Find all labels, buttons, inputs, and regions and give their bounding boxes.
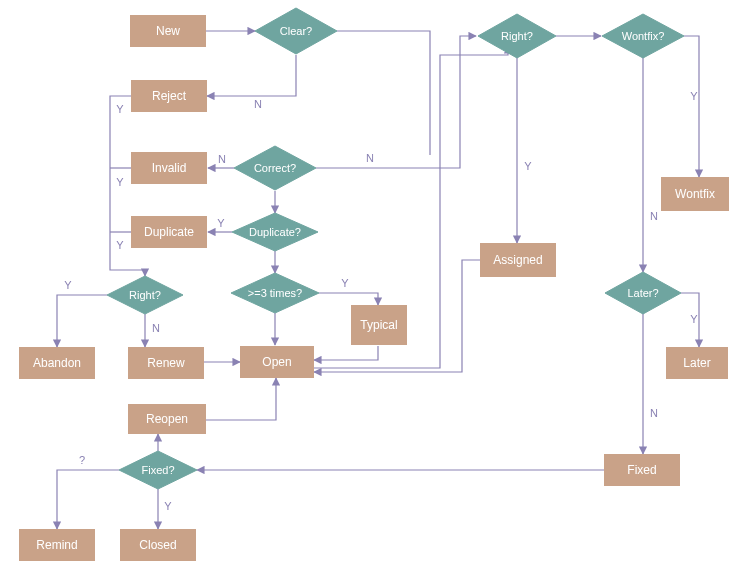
edge-label: Y bbox=[690, 313, 698, 325]
svg-marker-30 bbox=[255, 8, 337, 54]
edge-typical-open bbox=[314, 346, 378, 360]
edge-label: Y bbox=[690, 90, 698, 102]
svg-rect-24 bbox=[661, 177, 729, 211]
edge-fixedQ-remind bbox=[57, 470, 119, 529]
edge-open-rightR bbox=[314, 46, 508, 368]
edge-label: N bbox=[254, 98, 262, 110]
edge-reject-left bbox=[110, 96, 131, 232]
node-rightR: Right? bbox=[478, 14, 556, 58]
node-laterQ: Later? bbox=[605, 272, 681, 314]
node-remind: Remind bbox=[19, 529, 95, 561]
edge-wontfixQ-wontfix bbox=[684, 36, 699, 177]
edge-label: N bbox=[218, 153, 226, 165]
svg-marker-44 bbox=[605, 272, 681, 314]
svg-rect-20 bbox=[120, 529, 196, 561]
node-fixedQ: Fixed? bbox=[119, 451, 197, 489]
svg-marker-38 bbox=[231, 273, 319, 313]
edge-label: N bbox=[650, 407, 658, 419]
svg-rect-16 bbox=[128, 404, 206, 434]
node-reopen: Reopen bbox=[128, 404, 206, 434]
node-abandon: Abandon bbox=[19, 347, 95, 379]
node-assigned: Assigned bbox=[480, 243, 556, 277]
svg-marker-32 bbox=[234, 146, 316, 190]
edge-correct-rightR bbox=[316, 36, 476, 168]
edge-label: Y bbox=[164, 500, 172, 512]
edge-label: Y bbox=[116, 239, 124, 251]
edge-label: Y bbox=[341, 277, 349, 289]
svg-marker-42 bbox=[602, 14, 684, 58]
svg-rect-28 bbox=[604, 454, 680, 486]
svg-rect-6 bbox=[131, 216, 207, 248]
node-renew: Renew bbox=[128, 347, 204, 379]
svg-marker-36 bbox=[107, 276, 183, 314]
svg-rect-4 bbox=[131, 152, 207, 184]
svg-marker-34 bbox=[232, 213, 318, 251]
edge-label: N bbox=[366, 152, 374, 164]
node-open: Open bbox=[240, 346, 314, 378]
edge-label: Y bbox=[116, 176, 124, 188]
node-correct: Correct? bbox=[234, 146, 316, 190]
svg-marker-46 bbox=[119, 451, 197, 489]
edge-clear-reject bbox=[207, 55, 296, 96]
node-typical: Typical bbox=[351, 305, 407, 345]
node-duplicate: Duplicate bbox=[131, 216, 207, 248]
node-duplicateQ: Duplicate? bbox=[232, 213, 318, 251]
svg-rect-0 bbox=[130, 15, 206, 47]
edge-label: N bbox=[152, 322, 160, 334]
svg-rect-14 bbox=[240, 346, 314, 378]
edge-label: N bbox=[650, 210, 658, 222]
edge-label: Y bbox=[524, 160, 532, 172]
node-rightL: Right? bbox=[107, 276, 183, 314]
edge-label: Y bbox=[64, 279, 72, 291]
svg-rect-22 bbox=[480, 243, 556, 277]
svg-rect-26 bbox=[666, 347, 728, 379]
node-closed: Closed bbox=[120, 529, 196, 561]
edge-label: ? bbox=[79, 454, 85, 466]
edge-clear-right bbox=[337, 31, 430, 155]
svg-rect-2 bbox=[131, 80, 207, 112]
edge-label: Y bbox=[217, 217, 225, 229]
node-clear: Clear? bbox=[255, 8, 337, 54]
svg-rect-12 bbox=[128, 347, 204, 379]
edge-3t-typical bbox=[319, 293, 378, 305]
node-new: New bbox=[130, 15, 206, 47]
edge-reopen-open bbox=[206, 378, 276, 420]
node-later: Later bbox=[666, 347, 728, 379]
node-invalid: Invalid bbox=[131, 152, 207, 184]
node-wontfix: Wontfix bbox=[661, 177, 729, 211]
node-wontfixQ: Wontfix? bbox=[602, 14, 684, 58]
svg-marker-40 bbox=[478, 14, 556, 58]
node-reject: Reject bbox=[131, 80, 207, 112]
svg-rect-8 bbox=[351, 305, 407, 345]
flowchart-canvas: N N N Y Y Y Y Y Y N Y Y N Y bbox=[0, 0, 734, 587]
node-threeTimes: >=3 times? bbox=[231, 273, 319, 313]
svg-rect-18 bbox=[19, 529, 95, 561]
edge-rightL-abandon bbox=[57, 295, 107, 347]
edge-label: Y bbox=[116, 103, 124, 115]
node-fixed: Fixed bbox=[604, 454, 680, 486]
svg-rect-10 bbox=[19, 347, 95, 379]
